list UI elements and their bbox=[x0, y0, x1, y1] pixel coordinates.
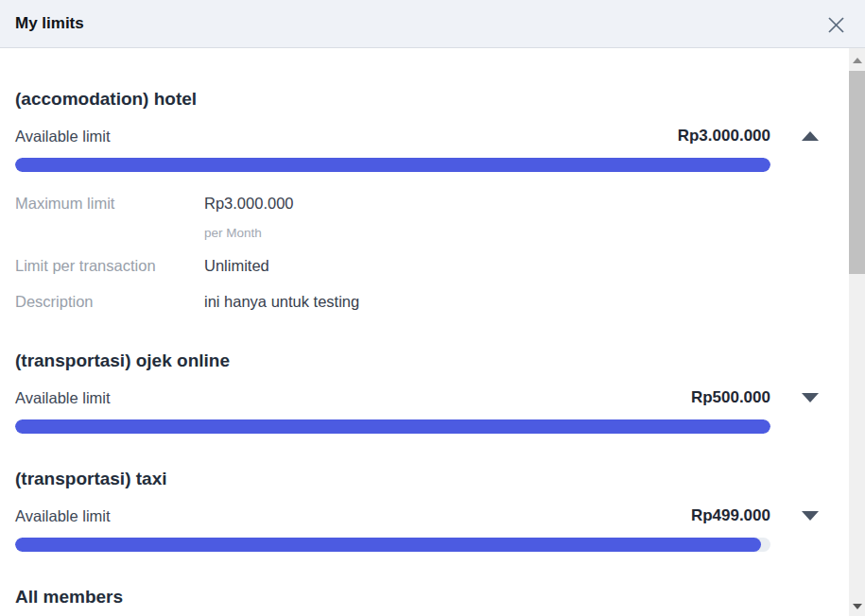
detail-value: Rp3.000.000 bbox=[204, 193, 294, 214]
collapse-section-button[interactable] bbox=[798, 128, 822, 145]
detail-value: Unlimited bbox=[204, 255, 269, 276]
chevron-down-icon bbox=[802, 511, 819, 521]
scrollbar[interactable] bbox=[849, 48, 865, 616]
modal-title: My limits bbox=[15, 14, 84, 33]
scroll-up-arrow-icon bbox=[853, 58, 862, 63]
chevron-down-icon bbox=[802, 393, 819, 402]
limit-details: Maximum limit Rp3.000.000 per Month Limi… bbox=[15, 193, 770, 312]
all-members-heading: All members bbox=[15, 586, 770, 608]
section-title: (accomodation) hotel bbox=[15, 88, 770, 111]
modal-body: (accomodation) hotel Available limit Rp3… bbox=[0, 48, 865, 616]
expander-column bbox=[770, 126, 849, 146]
limit-section-taxi: (transportasi) taxi Available limit Rp49… bbox=[15, 468, 770, 552]
available-limit-progress-fill bbox=[15, 158, 770, 172]
available-limit-progress-track bbox=[15, 538, 770, 552]
detail-row-description: Description ini hanya untuk testing bbox=[15, 291, 770, 312]
detail-label: Description bbox=[15, 291, 204, 312]
section-title: (transportasi) taxi bbox=[15, 468, 770, 490]
scrollbar-thumb[interactable] bbox=[849, 71, 865, 274]
close-button[interactable] bbox=[823, 12, 848, 37]
detail-label-spacer bbox=[15, 225, 204, 242]
expand-section-button[interactable] bbox=[798, 389, 822, 406]
scrollbar-down-button[interactable] bbox=[849, 598, 865, 614]
available-limit-row: Available limit Rp499.000 bbox=[15, 505, 770, 526]
scrollbar-up-button[interactable] bbox=[849, 52, 865, 68]
detail-label: Limit per transaction bbox=[15, 255, 204, 276]
available-limit-progress-track bbox=[15, 419, 770, 434]
modal-header: My limits bbox=[0, 0, 865, 48]
available-limit-row: Available limit Rp3.000.000 bbox=[15, 126, 770, 146]
scroll-down-arrow-icon bbox=[853, 604, 862, 609]
limit-section-hotel: (accomodation) hotel Available limit Rp3… bbox=[15, 88, 770, 312]
close-icon bbox=[825, 14, 847, 36]
detail-period-note: per Month bbox=[204, 225, 262, 242]
detail-row-period-note: per Month bbox=[15, 225, 770, 242]
limit-section-ojek-online: (transportasi) ojek online Available lim… bbox=[15, 350, 770, 434]
available-limit-progress-fill bbox=[15, 419, 770, 434]
detail-value: ini hanya untuk testing bbox=[204, 291, 359, 312]
available-limit-progress-fill bbox=[15, 538, 761, 552]
available-limit-value: Rp500.000 bbox=[691, 387, 770, 408]
expand-section-button[interactable] bbox=[798, 507, 822, 524]
section-title: (transportasi) ojek online bbox=[15, 350, 770, 372]
available-limit-label: Available limit bbox=[15, 505, 111, 526]
available-limit-progress-track bbox=[15, 158, 770, 172]
detail-row-limit-per-transaction: Limit per transaction Unlimited bbox=[15, 255, 770, 276]
available-limit-label: Available limit bbox=[15, 126, 111, 146]
limits-list: (accomodation) hotel Available limit Rp3… bbox=[0, 88, 849, 608]
available-limit-label: Available limit bbox=[15, 387, 111, 408]
my-limits-modal: My limits (accomodation) hotel Available… bbox=[0, 0, 865, 616]
detail-label: Maximum limit bbox=[15, 193, 204, 214]
available-limit-value: Rp499.000 bbox=[691, 505, 770, 526]
expander-column bbox=[770, 387, 849, 408]
expander-column bbox=[770, 505, 849, 526]
available-limit-value: Rp3.000.000 bbox=[678, 126, 770, 146]
detail-row-maximum-limit: Maximum limit Rp3.000.000 bbox=[15, 193, 770, 214]
chevron-up-icon bbox=[802, 131, 819, 141]
available-limit-row: Available limit Rp500.000 bbox=[15, 387, 770, 408]
